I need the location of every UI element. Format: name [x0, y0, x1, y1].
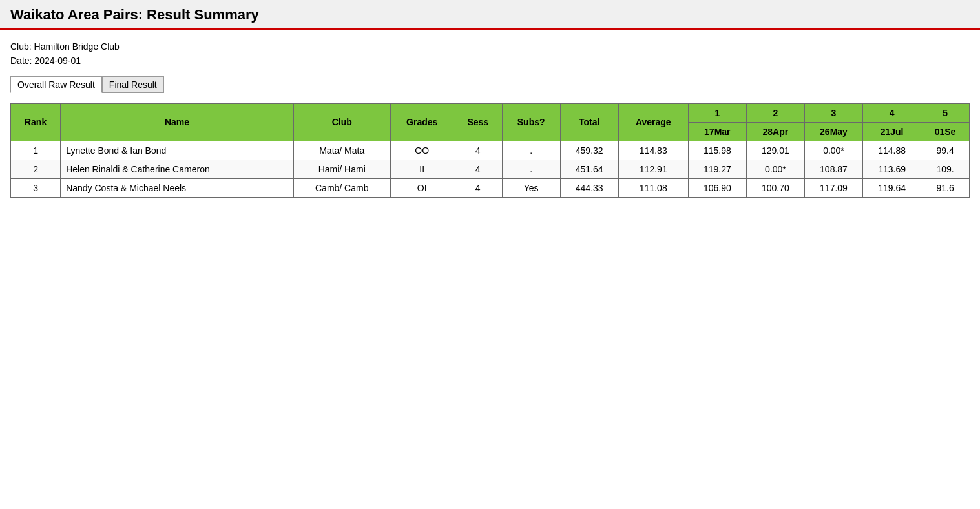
average-cell: 114.83 [618, 141, 688, 160]
results-table: Rank Name Club Grades Sess Subs? Total A… [10, 103, 970, 198]
table-row: 3 Nandy Costa & Michael Neels Camb/ Camb… [11, 178, 970, 197]
table-body: 1 Lynette Bond & Ian Bond Mata/ Mata OO … [11, 141, 970, 197]
col-date-3: 26May [804, 122, 862, 141]
s3-cell: 108.87 [804, 160, 862, 178]
col-session-3: 3 [804, 103, 862, 122]
page-header: Waikato Area Pairs: Result Summary [0, 0, 980, 30]
name-cell: Lynette Bond & Ian Bond [61, 141, 294, 160]
col-session-2: 2 [746, 103, 804, 122]
s4-cell: 114.88 [863, 141, 921, 160]
tab-overall-raw[interactable]: Overall Raw Result [10, 76, 102, 93]
col-subs: Subs? [502, 103, 560, 141]
s1-cell: 106.90 [688, 178, 746, 197]
s4-cell: 119.64 [863, 178, 921, 197]
s5-cell: 109. [921, 160, 970, 178]
s2-cell: 0.00* [746, 160, 804, 178]
club-label: Club: Hamilton Bridge Club [10, 39, 970, 54]
col-average: Average [618, 103, 688, 141]
s1-cell: 119.27 [688, 160, 746, 178]
col-grades: Grades [390, 103, 454, 141]
s2-cell: 100.70 [746, 178, 804, 197]
sess-cell: 4 [454, 178, 502, 197]
col-date-1: 17Mar [688, 122, 746, 141]
rank-cell: 3 [11, 178, 61, 197]
rank-cell: 1 [11, 141, 61, 160]
total-cell: 444.33 [560, 178, 618, 197]
col-session-4: 4 [863, 103, 921, 122]
s2-cell: 129.01 [746, 141, 804, 160]
table-row: 1 Lynette Bond & Ian Bond Mata/ Mata OO … [11, 141, 970, 160]
tab-final-result[interactable]: Final Result [102, 76, 164, 93]
average-cell: 112.91 [618, 160, 688, 178]
average-cell: 111.08 [618, 178, 688, 197]
col-total: Total [560, 103, 618, 141]
page-content: Club: Hamilton Bridge Club Date: 2024-09… [0, 30, 980, 207]
subs-cell: Yes [502, 178, 560, 197]
col-sess: Sess [454, 103, 502, 141]
s4-cell: 113.69 [863, 160, 921, 178]
s3-cell: 0.00* [804, 141, 862, 160]
meta-info: Club: Hamilton Bridge Club Date: 2024-09… [10, 39, 970, 68]
s5-cell: 99.4 [921, 141, 970, 160]
grades-cell: II [390, 160, 454, 178]
club-cell: Mata/ Mata [293, 141, 390, 160]
tab-bar: Overall Raw Result Final Result [10, 76, 970, 93]
col-rank: Rank [11, 103, 61, 141]
club-cell: Camb/ Camb [293, 178, 390, 197]
name-cell: Helen Rinaldi & Catherine Cameron [61, 160, 294, 178]
total-cell: 451.64 [560, 160, 618, 178]
rank-cell: 2 [11, 160, 61, 178]
subs-cell: . [502, 141, 560, 160]
subs-cell: . [502, 160, 560, 178]
total-cell: 459.32 [560, 141, 618, 160]
col-session-5: 5 [921, 103, 970, 122]
col-date-4: 21Jul [863, 122, 921, 141]
sess-cell: 4 [454, 160, 502, 178]
grades-cell: OO [390, 141, 454, 160]
col-date-2: 28Apr [746, 122, 804, 141]
name-cell: Nandy Costa & Michael Neels [61, 178, 294, 197]
page-title: Waikato Area Pairs: Result Summary [10, 6, 970, 23]
s3-cell: 117.09 [804, 178, 862, 197]
col-session-1: 1 [688, 103, 746, 122]
table-header-top: Rank Name Club Grades Sess Subs? Total A… [11, 103, 970, 122]
col-name: Name [61, 103, 294, 141]
grades-cell: OI [390, 178, 454, 197]
s5-cell: 91.6 [921, 178, 970, 197]
s1-cell: 115.98 [688, 141, 746, 160]
table-row: 2 Helen Rinaldi & Catherine Cameron Hami… [11, 160, 970, 178]
sess-cell: 4 [454, 141, 502, 160]
club-cell: Hami/ Hami [293, 160, 390, 178]
date-label: Date: 2024-09-01 [10, 54, 970, 68]
col-date-5: 01Se [921, 122, 970, 141]
col-club: Club [293, 103, 390, 141]
